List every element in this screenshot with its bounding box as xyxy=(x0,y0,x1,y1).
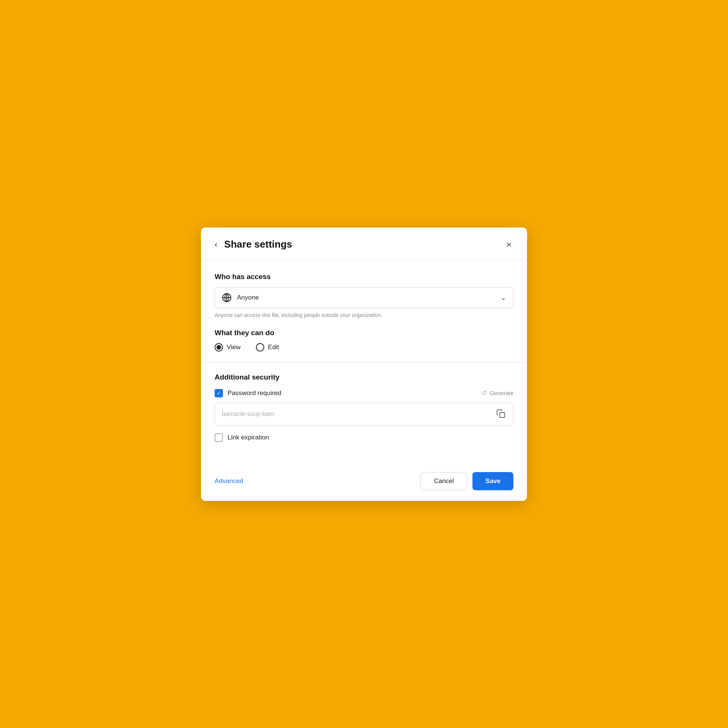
password-label-row: Password required ↺ Generate xyxy=(228,389,513,397)
svg-rect-4 xyxy=(500,413,505,417)
link-expiration-label: Link expiration xyxy=(228,434,269,441)
radio-option-edit[interactable]: Edit xyxy=(256,343,279,351)
access-section-label: Who has access xyxy=(215,273,513,281)
chevron-down-icon: ⌄ xyxy=(500,293,506,302)
password-required-label: Password required xyxy=(228,389,281,397)
save-button[interactable]: Save xyxy=(472,472,513,490)
link-expiration-row: Link expiration xyxy=(215,433,513,442)
share-settings-dialog: ‹ Share settings × Who has access Anyone… xyxy=(201,228,527,501)
advanced-link[interactable]: Advanced xyxy=(215,477,243,485)
close-button[interactable]: × xyxy=(505,238,513,251)
globe-icon xyxy=(222,293,232,303)
footer-buttons: Cancel Save xyxy=(420,472,513,490)
checkmark-icon: ✓ xyxy=(217,391,221,396)
radio-option-view[interactable]: View xyxy=(215,343,241,351)
access-hint: Anyone can access this file, including p… xyxy=(215,312,513,318)
access-dropdown[interactable]: Anyone ⌄ xyxy=(215,287,513,308)
generate-label: Generate xyxy=(490,390,513,396)
copy-button[interactable] xyxy=(496,408,506,420)
radio-view-inner xyxy=(217,345,221,350)
section-divider xyxy=(201,362,527,362)
link-expiration-checkbox[interactable] xyxy=(215,433,223,442)
cancel-button[interactable]: Cancel xyxy=(420,472,467,490)
dialog-footer: Advanced Cancel Save xyxy=(201,464,527,501)
generate-button[interactable]: ↺ Generate xyxy=(482,389,513,397)
back-button[interactable]: ‹ xyxy=(215,239,220,250)
dropdown-selected-value: Anyone xyxy=(237,294,495,301)
refresh-icon: ↺ xyxy=(482,389,487,397)
password-required-row: ✓ Password required ↺ Generate xyxy=(215,389,513,397)
password-value: barnacle-soup-barn xyxy=(222,411,496,417)
radio-view-label: View xyxy=(227,344,241,351)
access-dropdown-wrapper[interactable]: Anyone ⌄ xyxy=(215,287,513,308)
security-section-label: Additional security xyxy=(215,373,513,381)
dialog-header: ‹ Share settings × xyxy=(201,228,527,260)
dialog-body: Who has access Anyone ⌄ Anyone can acces… xyxy=(201,260,527,464)
dialog-title: Share settings xyxy=(224,238,504,250)
radio-view-outer[interactable] xyxy=(215,343,223,351)
radio-edit-outer[interactable] xyxy=(256,343,264,351)
radio-edit-label: Edit xyxy=(268,344,279,351)
password-field-wrapper[interactable]: barnacle-soup-barn xyxy=(215,403,513,426)
permissions-radio-group: View Edit xyxy=(215,343,513,351)
permissions-section-label: What they can do xyxy=(215,329,513,337)
copy-icon xyxy=(496,409,505,418)
password-required-checkbox[interactable]: ✓ xyxy=(215,389,223,397)
